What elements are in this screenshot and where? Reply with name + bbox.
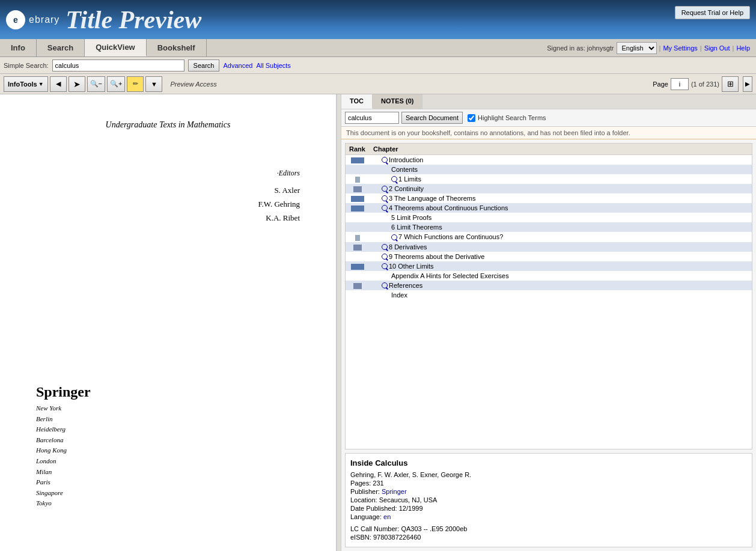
search-button[interactable]: Search (188, 59, 220, 72)
search-icon-small (382, 263, 388, 269)
toc-row[interactable]: Appendix A Hints for Selected Exercises (346, 271, 752, 281)
lc-value: QA303 -- .E95 2000eb (401, 525, 467, 532)
toc-row[interactable]: 6 Limit Theorems (346, 222, 752, 232)
chapter-cell[interactable]: 1 Limits (370, 174, 752, 184)
tab-bookshelf[interactable]: Bookshelf (147, 39, 207, 56)
chapter-cell[interactable]: 3 The Language of Theorems (370, 193, 752, 203)
toc-row[interactable]: Introduction (346, 155, 752, 165)
language-select[interactable]: English (617, 42, 657, 54)
page-view-button[interactable]: ⊞ (722, 76, 739, 92)
tab-quickview[interactable]: QuickView (85, 39, 147, 56)
city-2: Berlin (36, 414, 300, 425)
search-input[interactable] (52, 59, 184, 72)
search-icon-small (382, 244, 388, 250)
chapter-cell[interactable]: Introduction (370, 155, 752, 165)
language-link[interactable]: en (383, 513, 391, 520)
resize-handle[interactable] (337, 94, 341, 551)
pages-label: Pages: (350, 479, 371, 487)
page-area: Page (1 of 231) ⊞ (653, 76, 739, 92)
navbar: Info Search QuickView Bookshelf Signed i… (0, 39, 756, 57)
rank-cell (346, 213, 370, 222)
toc-header: Rank Chapter (346, 144, 752, 155)
info-language: Language: en (350, 513, 747, 520)
chapter-cell[interactable]: 4 Theorems about Continuous Functions (370, 203, 752, 213)
toc-row[interactable]: Index (346, 290, 752, 300)
toc-body: IntroductionContents1 Limits2 Continuity… (346, 155, 752, 300)
my-settings-link[interactable]: My Settings (663, 44, 697, 52)
chapter-cell[interactable]: References (370, 281, 752, 290)
text-tool-button[interactable]: ✏ (127, 76, 144, 92)
rank-cell (346, 174, 370, 184)
chapter-cell[interactable]: 10 Other Limits (370, 261, 752, 271)
highlight-checkbox[interactable] (468, 114, 475, 122)
chapter-cell[interactable]: 9 Theorems about the Derivative (370, 252, 752, 261)
toc-row[interactable]: 2 Continuity (346, 184, 752, 193)
back-button[interactable]: ◀ (50, 76, 67, 92)
toc-row[interactable]: 7 Which Functions are Continuous? (346, 232, 752, 242)
rank-cell (346, 252, 370, 261)
zoom-in-button[interactable]: 🔍+ (107, 76, 125, 92)
city-5: Hong Kong (36, 445, 300, 456)
chapter-cell[interactable]: 2 Continuity (370, 184, 752, 193)
app-title: Title Preview (66, 5, 201, 34)
toc-tab[interactable]: TOC (341, 94, 373, 109)
right-tabs: TOC NOTES (0) (341, 94, 756, 109)
chapter-header: Chapter (370, 144, 752, 155)
publisher-label: Publisher: (350, 488, 380, 495)
chapter-cell[interactable]: Appendix A Hints for Selected Exercises (370, 271, 752, 281)
info-eisbn: eISBN: 9780387226460 (350, 534, 747, 541)
zoom-out-button[interactable]: 🔍− (87, 76, 105, 92)
trial-button[interactable]: Request Trial or Help (675, 6, 750, 19)
all-subjects-link[interactable]: All Subjects (256, 62, 290, 69)
toc-table: Rank Chapter IntroductionContents1 Limit… (346, 144, 752, 300)
advanced-link[interactable]: Advanced (223, 62, 252, 69)
chapter-cell[interactable]: Index (370, 290, 752, 300)
toc-row[interactable]: 1 Limits (346, 174, 752, 184)
chapter-cell[interactable]: 6 Limit Theorems (370, 222, 752, 232)
rank-cell (346, 281, 370, 290)
header-right: Request Trial or Help (675, 6, 750, 19)
notes-tab[interactable]: NOTES (0) (373, 94, 422, 109)
toc-row[interactable]: Contents (346, 165, 752, 174)
sign-out-link[interactable]: Sign Out (704, 44, 730, 52)
chapter-cell[interactable]: Contents (370, 165, 752, 174)
chapter-cell[interactable]: 5 Limit Proofs (370, 213, 752, 222)
toc-row[interactable]: 10 Other Limits (346, 261, 752, 271)
info-panel: Inside Calculus Gehring, F. W. Axler, S.… (345, 453, 752, 547)
lc-label: LC Call Number: (350, 525, 399, 532)
infotools-button[interactable]: InfoTools ▼ (4, 76, 48, 92)
doc-search-input[interactable] (345, 112, 399, 124)
searchbar: Simple Search: Search Advanced All Subje… (0, 57, 756, 74)
chapter-cell[interactable]: 7 Which Functions are Continuous? (370, 232, 752, 242)
toolbar: InfoTools ▼ ◀ ➤ 🔍− 🔍+ ✏ ▼ Preview Access… (0, 74, 756, 94)
publisher-link[interactable]: Springer (382, 488, 407, 495)
date-value: 12/1999 (399, 505, 423, 512)
doc-notice: This document is on your bookshelf, cont… (341, 127, 756, 139)
tab-info[interactable]: Info (0, 39, 37, 56)
highlight-label: Highlight Search Terms (478, 114, 546, 121)
book-page-content: Undergraduate Texts in Mathematics ·Edit… (0, 94, 336, 551)
dropdown-button[interactable]: ▼ (145, 76, 162, 92)
page-input[interactable] (671, 78, 689, 90)
doc-search-button[interactable]: Search Document (401, 112, 463, 124)
toc-row[interactable]: References (346, 281, 752, 290)
toc-row[interactable]: 3 The Language of Theorems (346, 193, 752, 203)
toc-row[interactable]: 4 Theorems about Continuous Functions (346, 203, 752, 213)
toc-row[interactable]: 9 Theorems about the Derivative (346, 252, 752, 261)
publisher-name: Springer (36, 380, 300, 403)
info-location: Location: Secaucus, NJ, USA (350, 496, 747, 504)
toc-row[interactable]: 5 Limit Proofs (346, 213, 752, 222)
rank-cell (346, 261, 370, 271)
infotools-label: InfoTools (8, 81, 37, 88)
toc-area[interactable]: Rank Chapter IntroductionContents1 Limit… (345, 143, 752, 449)
tab-search[interactable]: Search (37, 39, 85, 56)
search-icon-small (391, 234, 397, 240)
rank-cell (346, 193, 370, 203)
rank-cell (346, 222, 370, 232)
help-link[interactable]: Help (736, 44, 750, 52)
forward-button[interactable]: ➤ (69, 76, 85, 92)
expand-panel-button[interactable]: ▶ (743, 76, 752, 92)
publisher-cities: New York Berlin Heidelberg Barcelona Hon… (36, 403, 300, 509)
toc-row[interactable]: 8 Derivatives (346, 242, 752, 252)
chapter-cell[interactable]: 8 Derivatives (370, 242, 752, 252)
